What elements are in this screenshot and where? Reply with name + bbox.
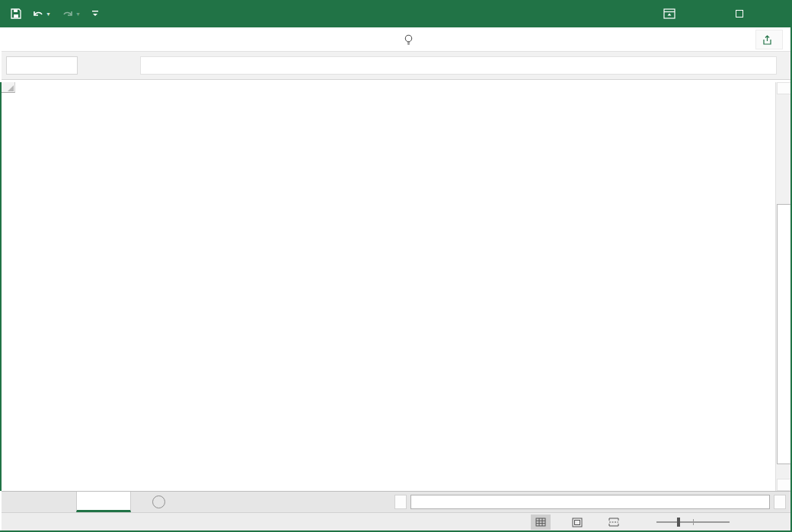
h-scroll-left-button[interactable] bbox=[394, 495, 407, 509]
zoom-slider[interactable] bbox=[656, 521, 730, 523]
h-scroll-right-button[interactable] bbox=[774, 495, 786, 509]
close-button[interactable] bbox=[757, 0, 792, 27]
formula-bar-buttons bbox=[90, 56, 111, 75]
formula-input[interactable] bbox=[140, 56, 777, 75]
share-icon bbox=[762, 35, 772, 45]
zoom-slider-thumb[interactable] bbox=[677, 518, 680, 527]
maximize-icon bbox=[736, 10, 743, 18]
view-normal-button[interactable] bbox=[531, 514, 551, 530]
zoom-center-tick bbox=[693, 519, 694, 525]
sheet-tab-sheet1[interactable] bbox=[76, 492, 131, 512]
tell-me-search[interactable] bbox=[404, 27, 419, 52]
name-box[interactable] bbox=[6, 56, 78, 75]
h-scroll-thumb[interactable] bbox=[410, 495, 770, 509]
status-bar bbox=[2, 512, 790, 530]
view-page-break-button[interactable] bbox=[604, 514, 624, 530]
worksheet-grid[interactable] bbox=[0, 82, 792, 491]
sheet-tab-bar bbox=[2, 491, 790, 512]
minimize-button[interactable] bbox=[687, 0, 722, 27]
lightbulb-icon bbox=[404, 34, 414, 46]
add-sheet-button[interactable] bbox=[152, 495, 165, 508]
title-bar: ▼ ▼ bbox=[0, 0, 792, 27]
maximize-button[interactable] bbox=[722, 0, 757, 27]
view-page-layout-button[interactable] bbox=[567, 514, 587, 530]
zoom-control bbox=[641, 514, 745, 530]
scroll-up-button[interactable] bbox=[777, 82, 792, 94]
scroll-down-button[interactable] bbox=[777, 479, 792, 491]
ribbon-display-options-button[interactable] bbox=[652, 0, 687, 27]
select-all-corner[interactable] bbox=[2, 82, 15, 93]
window-controls bbox=[652, 0, 792, 27]
vertical-scrollbar[interactable] bbox=[775, 82, 792, 491]
share-button[interactable] bbox=[755, 30, 783, 49]
ribbon-tab-row bbox=[2, 27, 790, 52]
v-scroll-thumb[interactable] bbox=[777, 204, 792, 464]
view-shortcuts bbox=[531, 514, 624, 530]
formula-bar-row bbox=[2, 52, 790, 80]
